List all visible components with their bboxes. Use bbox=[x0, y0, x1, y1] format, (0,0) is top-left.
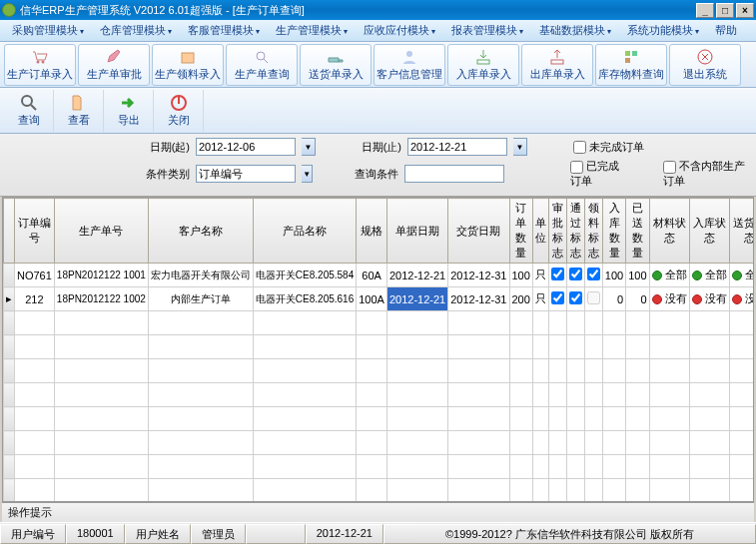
minimize-button[interactable]: _ bbox=[696, 3, 714, 18]
table-row-empty bbox=[4, 359, 755, 383]
btn-view[interactable]: 查看 bbox=[54, 90, 104, 132]
date-from-picker[interactable]: ▼ bbox=[302, 138, 316, 156]
col-header[interactable]: 订单编号 bbox=[15, 199, 55, 264]
menu-basic-data[interactable]: 基础数据模块▾ bbox=[531, 21, 619, 40]
menu-warehouse[interactable]: 仓库管理模块▾ bbox=[92, 21, 180, 40]
col-header[interactable]: 规格 bbox=[357, 199, 387, 264]
search-icon bbox=[253, 48, 271, 66]
btn-material-entry[interactable]: 生产领料录入 bbox=[152, 44, 224, 86]
grid-checkbox[interactable] bbox=[587, 291, 600, 304]
cell-cust: 宏力电器开关有限公司 bbox=[148, 264, 253, 287]
col-header[interactable]: 入库状态 bbox=[689, 199, 729, 264]
btn-close[interactable]: 关闭 bbox=[154, 90, 204, 132]
menu-ar-ap[interactable]: 应收应付模块▾ bbox=[356, 21, 443, 40]
col-header[interactable]: 产品名称 bbox=[253, 199, 356, 264]
date-to-input[interactable] bbox=[407, 138, 507, 156]
btn-query[interactable]: 查询 bbox=[4, 90, 54, 132]
col-header[interactable]: 审批标志 bbox=[548, 199, 566, 264]
window-buttons: _ □ × bbox=[696, 3, 754, 18]
status-date: 2012-12-21 bbox=[306, 524, 383, 544]
svg-point-11 bbox=[22, 96, 32, 106]
btn-stock-query[interactable]: 库存物料查询 bbox=[595, 44, 667, 86]
chk-finished[interactable] bbox=[570, 161, 583, 174]
menu-purchase[interactable]: 采购管理模块▾ bbox=[4, 21, 92, 40]
date-to-picker[interactable]: ▼ bbox=[513, 138, 527, 156]
table-row[interactable]: ▸21218PN2012122 1002内部生产订单电器开关CE8.205.61… bbox=[4, 287, 755, 311]
btn-inbound-entry[interactable]: 入库单录入 bbox=[447, 44, 519, 86]
grid-checkbox[interactable] bbox=[551, 268, 564, 280]
cell-inqty: 100 bbox=[602, 264, 625, 287]
table-row[interactable]: NO76118PN2012122 1001宏力电器开关有限公司电器开关CE8.2… bbox=[4, 264, 755, 287]
cell-sentqty: 100 bbox=[626, 264, 649, 287]
query-cond-input[interactable] bbox=[404, 165, 504, 183]
btn-customer-mgmt[interactable]: 客户信息管理 bbox=[374, 44, 445, 86]
col-header[interactable]: 客户名称 bbox=[148, 199, 253, 264]
row-pointer: ▸ bbox=[4, 287, 15, 311]
col-header[interactable]: 单位 bbox=[532, 199, 548, 264]
close-button[interactable]: × bbox=[736, 3, 754, 18]
svg-point-3 bbox=[257, 52, 265, 60]
col-header[interactable]: 送货状态 bbox=[729, 199, 754, 264]
btn-order-query[interactable]: 生产单查询 bbox=[226, 44, 298, 86]
cell-qty: 200 bbox=[509, 287, 532, 311]
svg-point-0 bbox=[37, 60, 40, 63]
svg-rect-8 bbox=[632, 51, 637, 56]
menu-system[interactable]: 系统功能模块▾ bbox=[619, 21, 707, 40]
date-from-label: 日期(起) bbox=[130, 140, 190, 155]
cell-mat: 全部 bbox=[649, 264, 689, 287]
menu-reports[interactable]: 报表管理模块▾ bbox=[443, 21, 531, 40]
cell-prod: 18PN2012122 1001 bbox=[54, 264, 148, 287]
maximize-button[interactable]: □ bbox=[716, 3, 734, 18]
status-bar: 用户编号 180001 用户姓名 管理员 2012-12-21 ©1999-20… bbox=[0, 522, 756, 544]
menu-cs[interactable]: 客服管理模块▾ bbox=[180, 21, 268, 40]
chk-exclude-internal[interactable] bbox=[663, 161, 676, 174]
row-pointer-header bbox=[4, 199, 15, 264]
titlebar: 信华ERP生产管理系统 V2012 6.01超强版 - [生产订单查询] _ □… bbox=[0, 0, 756, 20]
magnifier-icon bbox=[19, 93, 39, 113]
cell-order: 212 bbox=[15, 287, 55, 311]
grid-checkbox[interactable] bbox=[569, 291, 582, 304]
status-username: 管理员 bbox=[191, 524, 246, 544]
col-header[interactable]: 通过标志 bbox=[566, 199, 584, 264]
col-header[interactable]: 生产单号 bbox=[54, 199, 148, 264]
chk-unfinished[interactable] bbox=[573, 141, 586, 154]
status-copyright: ©1999-2012? 广东信华软件科技有限公司 版权所有 bbox=[383, 524, 756, 544]
btn-order-entry[interactable]: 生产订单录入 bbox=[4, 44, 76, 86]
status-userno: 180001 bbox=[66, 524, 125, 544]
cell-prod: 18PN2012122 1002 bbox=[54, 287, 148, 311]
cell-docdate: 2012-12-21 bbox=[386, 264, 447, 287]
data-grid[interactable]: 订单编号生产单号客户名称产品名称规格单据日期交货日期订单数量单位审批标志通过标志… bbox=[2, 197, 754, 502]
btn-order-approve[interactable]: 生产单审批 bbox=[78, 44, 150, 86]
btn-delivery-entry[interactable]: 送货单录入 bbox=[300, 44, 372, 86]
cell-unit: 只 bbox=[532, 287, 548, 311]
col-header[interactable]: 交货日期 bbox=[448, 199, 509, 264]
cell-name: 电器开关CE8.205.616 bbox=[253, 287, 356, 311]
grid-checkbox[interactable] bbox=[587, 268, 600, 280]
btn-export[interactable]: 导出 bbox=[104, 90, 154, 132]
cell-pass bbox=[566, 287, 584, 311]
col-header[interactable]: 材料状态 bbox=[649, 199, 689, 264]
col-header[interactable]: 订单数量 bbox=[509, 199, 532, 264]
svg-point-4 bbox=[406, 51, 412, 57]
date-from-input[interactable] bbox=[196, 138, 296, 156]
table-row-empty bbox=[4, 455, 755, 479]
col-header[interactable]: 已送数量 bbox=[626, 199, 649, 264]
status-dot-icon bbox=[732, 294, 742, 304]
col-header[interactable]: 领料标志 bbox=[584, 199, 602, 264]
col-header[interactable]: 单据日期 bbox=[386, 199, 447, 264]
cond-type-drop[interactable]: ▼ bbox=[302, 165, 313, 183]
svg-rect-5 bbox=[477, 60, 489, 64]
query-cond-label: 查询条件 bbox=[339, 167, 398, 182]
btn-exit[interactable]: 退出系统 bbox=[669, 44, 741, 86]
menu-production[interactable]: 生产管理模块▾ bbox=[268, 21, 356, 40]
cell-name: 电器开关CE8.205.584 bbox=[253, 264, 356, 287]
cell-send: 没有 bbox=[729, 287, 754, 311]
menubar: 采购管理模块▾ 仓库管理模块▾ 客服管理模块▾ 生产管理模块▾ 应收应付模块▾ … bbox=[0, 20, 756, 42]
pen-icon bbox=[105, 48, 123, 66]
btn-outbound-entry[interactable]: 出库单录入 bbox=[521, 44, 593, 86]
grid-checkbox[interactable] bbox=[569, 268, 582, 280]
grid-checkbox[interactable] bbox=[551, 291, 564, 304]
menu-help[interactable]: 帮助 bbox=[707, 21, 745, 40]
col-header[interactable]: 入库数量 bbox=[602, 199, 625, 264]
cond-type-select[interactable] bbox=[196, 165, 296, 183]
